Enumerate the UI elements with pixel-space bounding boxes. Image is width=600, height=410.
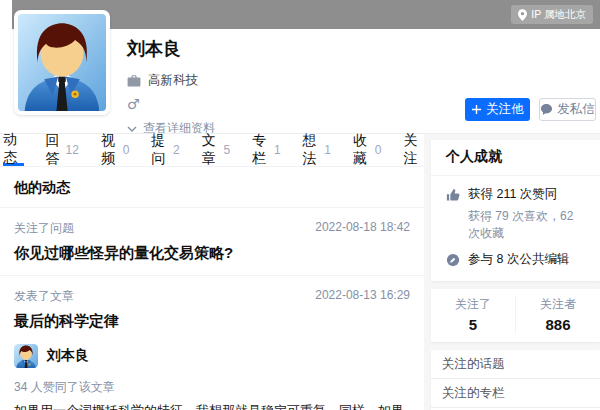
feed-timestamp: 2022-08-18 18:42 <box>315 220 410 234</box>
tab-count: 1 <box>274 143 281 157</box>
profile-avatar[interactable] <box>14 10 110 115</box>
tab-feed[interactable]: 动态 <box>3 134 24 166</box>
vote-count-text: 34 人赞同了该文章 <box>14 379 410 396</box>
followers-label: 关注者 <box>516 296 600 313</box>
avatar-image <box>14 344 38 368</box>
upvotes-text: 获得 211 次赞同 <box>468 186 557 203</box>
tab-label: 动态 <box>3 131 24 167</box>
profile-tabs: 动态 回答12 视频0 提问2 文章5 专栏1 想法1 收藏0 关注 <box>0 134 424 167</box>
location-pin-icon <box>518 9 527 21</box>
question-title-link[interactable]: 你见过哪些怪异的量化交易策略? <box>14 244 410 263</box>
author-avatar[interactable] <box>14 344 38 368</box>
tab-following[interactable]: 关注 <box>403 134 424 166</box>
profile-name: 刘本良 <box>127 37 215 61</box>
tab-videos[interactable]: 视频0 <box>101 134 129 166</box>
following-stat[interactable]: 关注了 5 <box>431 296 516 333</box>
tab-articles[interactable]: 文章5 <box>202 134 230 166</box>
sidebar: 个人成就 获得 211 次赞同 获得 79 次喜欢，62 次收藏 参与 8 次公… <box>431 134 600 410</box>
followers-stat[interactable]: 关注者 886 <box>516 296 600 333</box>
profile-info: 刘本良 高新科技 ♂ 查看详细资料 <box>127 37 215 137</box>
sidebar-item-followed-columns[interactable]: 关注的专栏 <box>431 379 600 408</box>
company-text: 高新科技 <box>148 72 198 89</box>
follow-button-label: 关注他 <box>486 101 524 118</box>
pencil-circle-icon <box>446 253 460 267</box>
tab-label: 专栏 <box>252 132 270 168</box>
article-title-link[interactable]: 最后的科学定律 <box>14 312 410 331</box>
tab-label: 想法 <box>303 132 321 168</box>
tab-questions[interactable]: 提问2 <box>151 134 179 166</box>
profile-page: IP 属地北京 刘本良 高新科技 ♂ 查看详细资料 关注他 <box>0 0 600 410</box>
content-area: 动态 回答12 视频0 提问2 文章5 专栏1 想法1 收藏0 关注 他的动态 … <box>0 134 600 410</box>
followers-count: 886 <box>516 316 600 333</box>
plus-icon <box>471 104 482 115</box>
ip-location-badge: IP 属地北京 <box>511 5 593 24</box>
tab-answers[interactable]: 回答12 <box>46 134 79 166</box>
male-icon: ♂ <box>127 97 215 111</box>
briefcase-icon <box>127 74 141 87</box>
sidebar-item-followed-topics[interactable]: 关注的话题 <box>431 350 600 379</box>
tab-label: 收藏 <box>353 132 371 168</box>
chat-bubble-icon <box>540 103 553 116</box>
main-column: 动态 回答12 视频0 提问2 文章5 专栏1 想法1 收藏0 关注 他的动态 … <box>0 134 424 410</box>
likes-collects-text: 获得 79 次喜欢，62 次收藏 <box>468 208 585 242</box>
company-row: 高新科技 <box>127 72 215 89</box>
feed-item: 关注了问题 2022-08-18 18:42 你见过哪些怪异的量化交易策略? <box>0 208 424 276</box>
article-excerpt: 如果用一个词概括科学的特征，我想那就是稳定可重复。同样，如果一门学问不能被重复，… <box>14 401 410 410</box>
ip-location-text: IP 属地北京 <box>531 8 586 22</box>
tab-columns[interactable]: 专栏1 <box>252 134 280 166</box>
tab-count: 0 <box>375 143 382 157</box>
tab-ideas[interactable]: 想法1 <box>303 134 331 166</box>
excerpt-text: 如果用一个词概括科学的特征，我想那就是稳定可重复。同样，如果一门学问不能被重复，… <box>14 403 404 410</box>
achievements-body: 获得 211 次赞同 获得 79 次喜欢，62 次收藏 参与 8 次公共编辑 <box>431 176 600 281</box>
following-label: 关注了 <box>431 296 515 313</box>
tab-label: 文章 <box>202 132 220 168</box>
tab-label: 提问 <box>151 132 169 168</box>
feed-section-title: 他的动态 <box>0 167 424 208</box>
feed-item: 发表了文章 2022-08-13 16:29 最后的科学定律 刘本良 34 人赞… <box>0 276 424 410</box>
chevron-down-icon <box>127 126 137 132</box>
article-author-row[interactable]: 刘本良 <box>14 344 410 368</box>
tab-label: 视频 <box>101 132 119 168</box>
tab-count: 1 <box>324 143 331 157</box>
tab-label: 回答 <box>46 132 62 168</box>
tab-count: 2 <box>173 143 180 157</box>
tab-count: 0 <box>123 143 130 157</box>
tab-collections[interactable]: 收藏0 <box>353 134 381 166</box>
avatar-image <box>18 14 106 111</box>
thumb-up-icon <box>446 188 460 202</box>
sidebar-links-card: 关注的话题 关注的专栏 关注的问题 关注的收藏夹 <box>431 350 600 410</box>
upvotes-row: 获得 211 次赞同 <box>446 186 585 203</box>
following-count: 5 <box>431 316 515 333</box>
message-button-label: 发私信 <box>557 101 595 118</box>
follow-stats-card: 关注了 5 关注者 886 <box>431 289 600 342</box>
message-button[interactable]: 发私信 <box>539 98 596 121</box>
author-name[interactable]: 刘本良 <box>47 347 89 365</box>
edits-row: 参与 8 次公共编辑 <box>446 251 585 268</box>
achievements-title: 个人成就 <box>431 140 600 176</box>
feed-timestamp: 2022-08-13 16:29 <box>315 288 410 302</box>
tab-label: 关注 <box>403 132 424 168</box>
tab-count: 5 <box>223 143 230 157</box>
edits-text: 参与 8 次公共编辑 <box>468 251 569 268</box>
follow-button[interactable]: 关注他 <box>465 98 530 121</box>
tab-count: 12 <box>66 143 79 157</box>
achievements-card: 个人成就 获得 211 次赞同 获得 79 次喜欢，62 次收藏 参与 8 次公… <box>431 140 600 281</box>
